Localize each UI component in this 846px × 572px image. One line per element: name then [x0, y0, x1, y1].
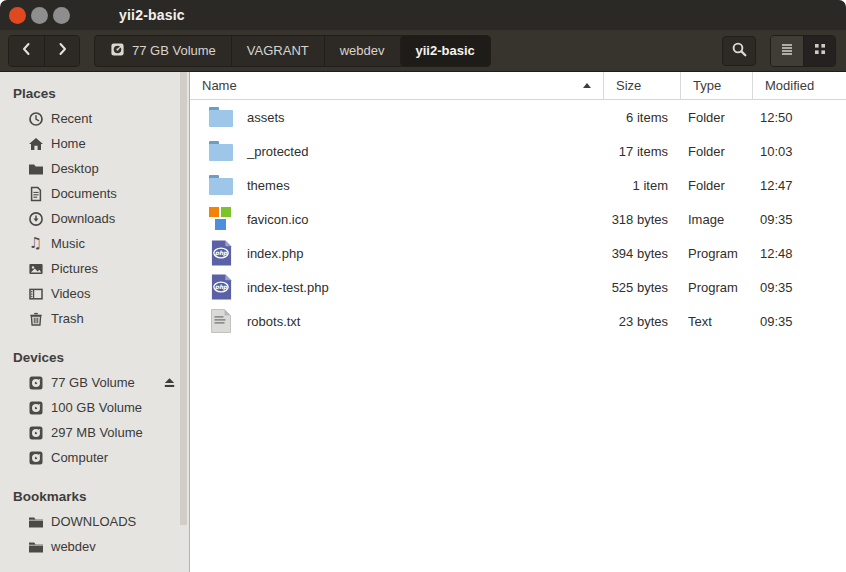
file-name: robots.txt: [247, 314, 300, 329]
sidebar-item-trash[interactable]: Trash: [0, 306, 189, 331]
folder-icon: [206, 170, 236, 200]
download-icon: [27, 210, 44, 227]
history-nav-group: [8, 35, 80, 67]
file-type: Program: [680, 280, 752, 295]
sidebar-item-label: Recent: [51, 111, 92, 126]
sidebar-item-webdev-bookmark[interactable]: webdev: [0, 534, 189, 559]
file-modified: 09:35: [752, 212, 846, 227]
search-icon: [731, 41, 748, 61]
file-row-index-test-php[interactable]: php index-test.php 525 bytes Program 09:…: [190, 270, 846, 304]
sidebar-item-desktop[interactable]: Desktop: [0, 156, 189, 181]
search-button[interactable]: [722, 36, 756, 66]
sidebar-item-pictures[interactable]: Pictures: [0, 256, 189, 281]
bookmark-folder-icon: [27, 538, 44, 555]
file-name: index.php: [247, 246, 303, 261]
file-type: Text: [680, 314, 752, 329]
file-row-assets[interactable]: assets 6 items Folder 12:50: [190, 100, 846, 134]
sidebar-item-downloads-bookmark[interactable]: DOWNLOADS: [0, 509, 189, 534]
file-row-favicon[interactable]: favicon.ico 318 bytes Image 09:35: [190, 202, 846, 236]
document-icon: [27, 185, 44, 202]
sidebar-item-label: Videos: [51, 286, 91, 301]
file-modified: 10:03: [752, 144, 846, 159]
sidebar-item-label: 297 MB Volume: [51, 425, 143, 440]
column-header-type[interactable]: Type: [680, 72, 752, 99]
sidebar-item-computer[interactable]: Computer: [0, 445, 189, 470]
file-type: Folder: [680, 178, 752, 193]
breadcrumb-webdev[interactable]: webdev: [324, 36, 400, 66]
sidebar-item-music[interactable]: ♫ Music: [0, 231, 189, 256]
sidebar-scrollbar[interactable]: [180, 72, 187, 525]
file-type: Folder: [680, 144, 752, 159]
column-header-modified[interactable]: Modified: [752, 72, 846, 99]
harddisk-icon: [27, 399, 44, 416]
sidebar-section-bookmarks: Bookmarks: [0, 481, 189, 509]
breadcrumb-volume[interactable]: 77 GB Volume: [95, 36, 231, 66]
file-modified: 09:35: [752, 280, 846, 295]
chevron-right-icon: [54, 41, 70, 60]
sidebar-item-label: Pictures: [51, 261, 98, 276]
file-modified: 12:50: [752, 110, 846, 125]
column-header-name[interactable]: Name: [190, 72, 603, 99]
php-file-icon: php: [206, 238, 236, 268]
list-view-icon: [779, 41, 795, 60]
titlebar[interactable]: yii2-basic: [0, 0, 846, 30]
sidebar-item-297mb-volume[interactable]: 297 MB Volume: [0, 420, 189, 445]
sidebar-item-label: 77 GB Volume: [51, 375, 135, 390]
sidebar-section-places: Places: [0, 78, 189, 106]
file-modified: 12:47: [752, 178, 846, 193]
sidebar-item-100gb-volume[interactable]: 100 GB Volume: [0, 395, 189, 420]
file-size: 6 items: [603, 110, 680, 125]
sidebar-item-videos[interactable]: Videos: [0, 281, 189, 306]
list-view-button[interactable]: [771, 36, 803, 66]
file-size: 394 bytes: [603, 246, 680, 261]
maximize-window-button[interactable]: [53, 7, 70, 24]
music-note-icon: ♫: [27, 235, 44, 252]
file-row-robots-txt[interactable]: robots.txt 23 bytes Text 09:35: [190, 304, 846, 338]
file-list-empty-area[interactable]: [190, 338, 846, 572]
sidebar-item-label: Downloads: [51, 211, 115, 226]
sidebar-item-label: DOWNLOADS: [51, 514, 136, 529]
breadcrumb-label: 77 GB Volume: [132, 43, 216, 58]
file-size: 318 bytes: [603, 212, 680, 227]
svg-text:php: php: [214, 249, 227, 257]
eject-icon[interactable]: [161, 375, 177, 391]
column-header-size[interactable]: Size: [603, 72, 680, 99]
file-size: 1 item: [603, 178, 680, 193]
breadcrumb-vagrant[interactable]: VAGRANT: [231, 36, 324, 66]
trash-icon: [27, 310, 44, 327]
favicon-image-icon: [206, 204, 236, 234]
column-label: Modified: [765, 78, 814, 93]
svg-text:php: php: [214, 283, 227, 291]
file-row-themes[interactable]: themes 1 item Folder 12:47: [190, 168, 846, 202]
sidebar-item-label: Desktop: [51, 161, 99, 176]
file-row-protected[interactable]: _protected 17 items Folder 10:03: [190, 134, 846, 168]
file-row-index-php[interactable]: php index.php 394 bytes Program 12:48: [190, 236, 846, 270]
recent-clock-icon: [27, 110, 44, 127]
sidebar-item-documents[interactable]: Documents: [0, 181, 189, 206]
sidebar-item-label: Trash: [51, 311, 84, 326]
back-button[interactable]: [9, 36, 44, 66]
grid-view-button[interactable]: [803, 36, 835, 66]
folder-icon: [206, 136, 236, 166]
breadcrumb-label: VAGRANT: [247, 43, 309, 58]
sidebar-item-77gb-volume[interactable]: 77 GB Volume: [0, 370, 189, 395]
breadcrumb-current-folder[interactable]: yii2-basic: [400, 36, 490, 66]
php-file-icon: php: [206, 272, 236, 302]
file-name: favicon.ico: [247, 212, 308, 227]
column-label: Size: [616, 78, 641, 93]
file-name: themes: [247, 178, 290, 193]
close-window-button[interactable]: [9, 7, 26, 24]
file-size: 525 bytes: [603, 280, 680, 295]
film-icon: [27, 285, 44, 302]
sidebar-item-recent[interactable]: Recent: [0, 106, 189, 131]
file-modified: 09:35: [752, 314, 846, 329]
file-size: 17 items: [603, 144, 680, 159]
harddisk-icon: [27, 374, 44, 391]
sidebar-item-home[interactable]: Home: [0, 131, 189, 156]
sidebar-item-downloads[interactable]: Downloads: [0, 206, 189, 231]
minimize-window-button[interactable]: [31, 7, 48, 24]
harddisk-icon: [27, 424, 44, 441]
forward-button[interactable]: [44, 36, 79, 66]
desktop-folder-icon: [27, 160, 44, 177]
chevron-left-icon: [19, 41, 35, 60]
